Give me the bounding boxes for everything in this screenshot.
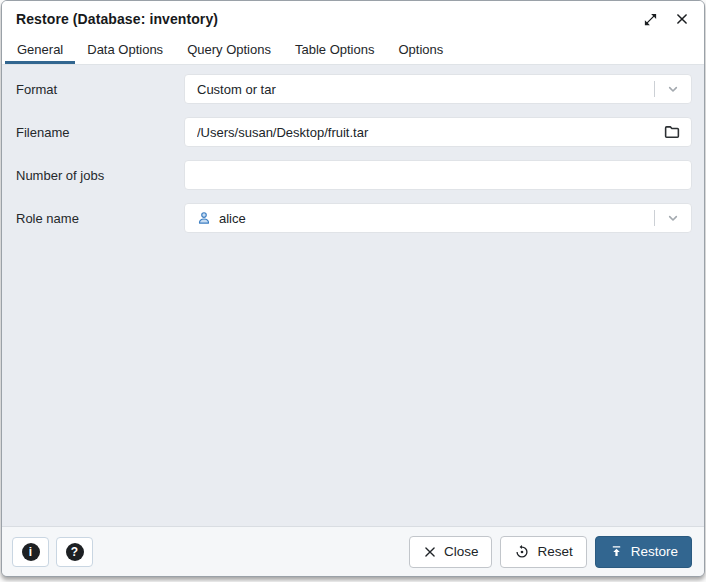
sql-info-button[interactable]: i (12, 537, 49, 567)
restore-button[interactable]: Restore (595, 536, 692, 568)
role-name-select[interactable]: alice (184, 203, 692, 233)
filename-input[interactable] (185, 118, 653, 146)
tab-options[interactable]: Options (386, 37, 455, 64)
tab-data-options[interactable]: Data Options (75, 37, 175, 64)
tab-table-options-label: Table Options (295, 42, 375, 57)
role-name-row: Role name alice (16, 203, 692, 233)
number-of-jobs-field-wrap (184, 160, 692, 190)
format-select-opener[interactable] (654, 75, 691, 103)
reset-icon (514, 544, 530, 560)
dialog-tabbar: General Data Options Query Options Table… (2, 37, 704, 65)
dialog-footer: i ? Close Reset Restore (2, 526, 704, 576)
restore-dialog: Restore (Database: inventory) General Da… (1, 0, 705, 577)
filename-field-wrap (184, 117, 692, 147)
format-label: Format (16, 82, 184, 97)
format-select[interactable]: Custom or tar (184, 74, 692, 104)
role-name-selected-value: alice (212, 211, 654, 226)
close-button-label: Close (444, 544, 479, 559)
tab-query-options-label: Query Options (187, 42, 271, 57)
filename-row: Filename (16, 117, 692, 147)
format-selected-value: Custom or tar (185, 82, 654, 97)
format-row: Format Custom or tar (16, 74, 692, 104)
expand-icon[interactable] (642, 11, 658, 27)
help-icon: ? (66, 543, 84, 561)
restore-button-label: Restore (631, 544, 678, 559)
folder-picker-icon[interactable] (653, 118, 691, 146)
tab-general[interactable]: General (5, 37, 75, 64)
restore-upload-icon (609, 544, 624, 559)
role-name-select-opener[interactable] (654, 204, 691, 232)
tab-query-options[interactable]: Query Options (175, 37, 283, 64)
reset-button-label: Reset (537, 544, 572, 559)
chevron-down-icon (655, 210, 691, 226)
user-icon (196, 210, 212, 226)
help-button[interactable]: ? (56, 537, 93, 567)
chevron-down-icon (655, 81, 691, 97)
filename-label: Filename (16, 125, 184, 140)
close-icon[interactable] (674, 11, 690, 27)
role-name-label: Role name (16, 211, 184, 226)
tab-data-options-label: Data Options (87, 42, 163, 57)
info-icon: i (22, 543, 40, 561)
dialog-titlebar: Restore (Database: inventory) (2, 1, 704, 37)
tab-general-label: General (17, 42, 63, 57)
reset-button[interactable]: Reset (500, 536, 586, 568)
close-x-icon (423, 545, 437, 559)
number-of-jobs-row: Number of jobs (16, 160, 692, 190)
dialog-title: Restore (Database: inventory) (16, 11, 626, 27)
number-of-jobs-input[interactable] (185, 161, 691, 189)
close-button[interactable]: Close (409, 536, 493, 568)
tab-options-label: Options (398, 42, 443, 57)
general-tab-panel: Format Custom or tar Filename (2, 65, 704, 526)
tab-table-options[interactable]: Table Options (283, 37, 387, 64)
number-of-jobs-label: Number of jobs (16, 168, 184, 183)
